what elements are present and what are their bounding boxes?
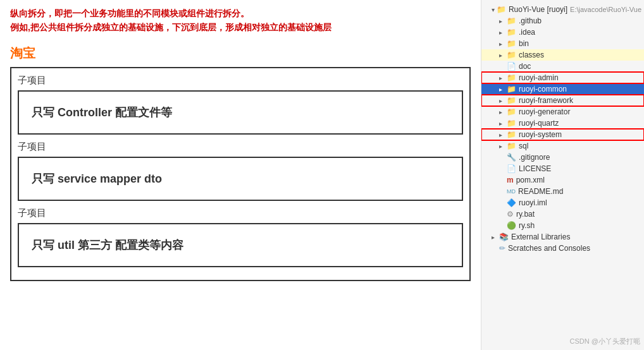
inner-text-2: 只写 service mapper dto (32, 171, 162, 186)
tree-folder-icon: 📁 (507, 119, 516, 128)
tree-item[interactable]: 🔷ruoyi.iml (481, 197, 644, 208)
left-panel: 纵向拆分，即把一个业务功能里的不同模块或组件进行拆分。 例如,把公共组件拆分成独… (0, 0, 481, 350)
inner-box-2: 只写 service mapper dto (18, 157, 463, 201)
taobao-label: 淘宝 (10, 45, 471, 62)
tree-item[interactable]: 🔧.gitignore (481, 152, 644, 163)
tree-item[interactable]: 📄doc (481, 61, 644, 72)
tree-folder-icon: 📁 (507, 73, 516, 82)
tree-item-label: ruoyi-system (519, 130, 562, 139)
tree-folder-icon: 📁 (507, 85, 516, 94)
tree-folder-icon: 📄 (507, 164, 516, 173)
tree-item-label: .github (519, 16, 542, 25)
tree-folder-icon: 🔧 (507, 153, 516, 162)
desc-line2: 例如,把公共组件拆分成独立的基础设施，下沉到底层，形成相对独立的基础设施层 (10, 20, 471, 34)
tree-item[interactable]: ▸📁sql (481, 140, 644, 152)
tree-arrow-icon: ▸ (499, 18, 505, 25)
tree-item[interactable]: ▸📚External Libraries (481, 231, 644, 243)
tree-item-label: .idea (519, 28, 535, 37)
tree-item[interactable]: ▸📁ruoyi-quartz (481, 118, 644, 129)
tree-item-label: ruoyi-framework (519, 96, 573, 105)
tree-folder-icon: 📁 (507, 96, 516, 105)
tree-item[interactable]: mpom.xml (481, 174, 644, 186)
outer-box: 子项目 只写 Controller 配置文件等 子项目 只写 service m… (10, 67, 471, 281)
inner-text-1: 只写 Controller 配置文件等 (32, 105, 172, 120)
sub-label-2: 子项目 (18, 141, 463, 153)
tree-arrow-icon: ▸ (499, 86, 505, 93)
tree-item[interactable]: ▸📁.github (481, 15, 644, 27)
tree-arrow-icon: ▸ (499, 131, 505, 138)
tree-item[interactable]: ▸📁ruoyi-common (481, 83, 644, 95)
desc-line1: 纵向拆分，即把一个业务功能里的不同模块或组件进行拆分。 (10, 6, 471, 20)
tree-item-label: LICENSE (519, 164, 551, 173)
tree-item-label: README.md (518, 187, 563, 196)
tree-item-label: ry.bat (516, 210, 535, 219)
tree-folder-icon: MD (507, 188, 516, 195)
sub-label-1: 子项目 (18, 75, 463, 87)
tree-folder-icon: 🟢 (507, 221, 516, 230)
tree-item-label: classes (519, 51, 544, 59)
tree-item-label: Scratches and Consoles (508, 244, 590, 253)
tree-folder-icon: 📁 (497, 5, 506, 14)
tree-item-label: doc (519, 62, 531, 71)
tree-item[interactable]: ✏Scratches and Consoles (481, 243, 644, 254)
tree-item-label: External Libraries (511, 232, 570, 241)
tree-arrow-icon: ▸ (499, 143, 505, 150)
tree-item[interactable]: 🟢ry.sh (481, 220, 644, 231)
tree-arrow-icon: ▸ (492, 234, 498, 241)
tree-item-label: ruoyi-quartz (519, 119, 559, 128)
tree-item-label: RuoYi-Vue [ruoyi] (509, 5, 567, 14)
sub-item-1: 子项目 只写 Controller 配置文件等 (18, 75, 463, 135)
sub-label-3: 子项目 (18, 207, 463, 219)
tree-item[interactable]: MDREADME.md (481, 186, 644, 197)
tree-item-label: sql (519, 142, 528, 150)
tree-folder-icon: 📁 (507, 28, 516, 37)
tree-arrow-icon: ▸ (499, 29, 505, 36)
tree-folder-icon: 📄 (507, 62, 516, 71)
tree-folder-icon: 📁 (507, 142, 516, 150)
tree-item-label: ruoyi-generator (519, 107, 570, 116)
tree-arrow-icon: ▸ (499, 75, 505, 81)
tree-folder-icon: 📁 (507, 130, 516, 139)
tree-folder-icon: ✏ (499, 244, 505, 253)
tree-folder-icon: 🔷 (507, 198, 516, 207)
sub-item-2: 子项目 只写 service mapper dto (18, 141, 463, 201)
tree-folder-icon: 📁 (507, 39, 516, 48)
tree-arrow-icon: ▸ (499, 97, 505, 104)
inner-text-3: 只写 util 第三方 配置类等内容 (32, 238, 183, 253)
tree-item[interactable]: ▾📁RuoYi-Vue [ruoyi]E:\javacode\RuoYi-Vue (481, 4, 644, 15)
tree-item[interactable]: ▸📁ruoyi-framework (481, 95, 644, 106)
tree-arrow-icon: ▸ (499, 52, 505, 59)
tree-item[interactable]: ▸📁ruoyi-generator (481, 106, 644, 118)
tree-item-label: pom.xml (516, 176, 545, 184)
tree-item[interactable]: ⚙ry.bat (481, 208, 644, 220)
tree-arrow-icon: ▸ (499, 40, 505, 47)
tree-item-meta: E:\javacode\RuoYi-Vue (570, 6, 641, 13)
right-panel: ▾📁RuoYi-Vue [ruoyi]E:\javacode\RuoYi-Vue… (481, 0, 644, 350)
tree-item[interactable]: ▸📁ruoyi-admin (481, 72, 644, 83)
tree-item[interactable]: ▸📁classes (481, 49, 644, 61)
tree-item[interactable]: ▸📁ruoyi-system (481, 129, 644, 140)
tree-item-label: ry.sh (519, 221, 535, 230)
sub-item-3: 子项目 只写 util 第三方 配置类等内容 (18, 207, 463, 267)
tree-folder-icon: 📁 (507, 16, 516, 25)
tree-folder-icon: 📁 (507, 107, 516, 116)
tree-item[interactable]: 📄LICENSE (481, 163, 644, 174)
tree-item-label: ruoyi.iml (519, 198, 547, 207)
tree-item-label: bin (519, 39, 529, 48)
tree-arrow-icon: ▸ (499, 109, 505, 116)
tree-item-label: ruoyi-common (519, 85, 567, 94)
file-tree: ▾📁RuoYi-Vue [ruoyi]E:\javacode\RuoYi-Vue… (481, 4, 644, 254)
tree-item-label: ruoyi-admin (519, 73, 559, 82)
tree-item[interactable]: ▸📁.idea (481, 27, 644, 38)
description: 纵向拆分，即把一个业务功能里的不同模块或组件进行拆分。 例如,把公共组件拆分成独… (10, 6, 471, 35)
tree-arrow-icon: ▾ (492, 6, 495, 13)
tree-item-label: .gitignore (519, 153, 550, 162)
tree-folder-icon: m (507, 176, 514, 184)
tree-item[interactable]: ▸📁bin (481, 38, 644, 49)
tree-folder-icon: 📚 (499, 232, 509, 241)
inner-box-3: 只写 util 第三方 配置类等内容 (18, 223, 463, 267)
tree-folder-icon: ⚙ (507, 210, 514, 219)
inner-box-1: 只写 Controller 配置文件等 (18, 90, 463, 135)
bottom-label: CSDN @小丫头爱打呃 (570, 337, 640, 346)
tree-folder-icon: 📁 (507, 51, 516, 59)
